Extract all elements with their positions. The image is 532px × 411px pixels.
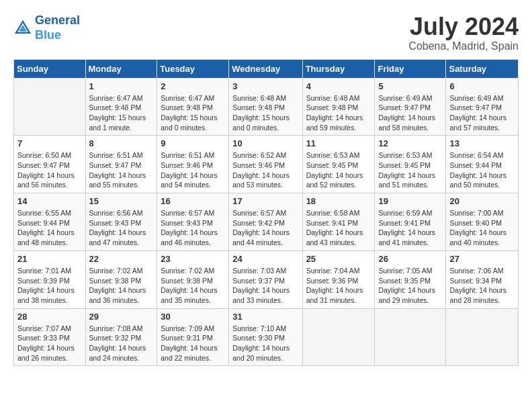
day-info: Sunrise: 6:53 AMSunset: 9:45 PMDaylight:… [306, 150, 371, 190]
day-info: Sunrise: 6:51 AMSunset: 9:47 PMDaylight:… [89, 150, 154, 190]
day-number: 4 [306, 81, 371, 91]
weekday-header-friday: Friday [375, 59, 446, 78]
day-number: 29 [89, 312, 154, 322]
week-row-3: 14Sunrise: 6:55 AMSunset: 9:44 PMDayligh… [14, 193, 519, 251]
weekday-header-monday: Monday [85, 59, 157, 78]
weekday-header-wednesday: Wednesday [229, 59, 302, 78]
week-row-4: 21Sunrise: 7:01 AMSunset: 9:39 PMDayligh… [14, 250, 519, 308]
day-info: Sunrise: 6:47 AMSunset: 9:48 PMDaylight:… [161, 93, 225, 133]
day-cell: 7Sunrise: 6:50 AMSunset: 9:47 PMDaylight… [14, 136, 86, 193]
calendar-table: SundayMondayTuesdayWednesdayThursdayFrid… [13, 59, 519, 367]
day-number: 28 [17, 312, 82, 322]
day-cell: 27Sunrise: 7:06 AMSunset: 9:34 PMDayligh… [446, 250, 519, 308]
week-row-5: 28Sunrise: 7:07 AMSunset: 9:33 PMDayligh… [14, 308, 519, 366]
day-cell: 19Sunrise: 6:59 AMSunset: 9:41 PMDayligh… [375, 193, 446, 251]
day-info: Sunrise: 6:53 AMSunset: 9:45 PMDaylight:… [378, 150, 442, 190]
day-number: 15 [89, 196, 154, 206]
day-info: Sunrise: 7:07 AMSunset: 9:33 PMDaylight:… [17, 324, 82, 363]
day-number: 12 [378, 138, 442, 148]
day-info: Sunrise: 6:54 AMSunset: 9:44 PMDaylight:… [449, 150, 515, 190]
day-cell: 18Sunrise: 6:58 AMSunset: 9:41 PMDayligh… [302, 193, 375, 251]
day-info: Sunrise: 6:57 AMSunset: 9:43 PMDaylight:… [161, 208, 225, 248]
day-cell: 15Sunrise: 6:56 AMSunset: 9:43 PMDayligh… [85, 193, 157, 251]
day-cell: 13Sunrise: 6:54 AMSunset: 9:44 PMDayligh… [446, 136, 519, 193]
day-cell: 23Sunrise: 7:02 AMSunset: 9:38 PMDayligh… [157, 250, 229, 308]
day-number: 13 [449, 138, 515, 148]
day-info: Sunrise: 7:03 AMSunset: 9:37 PMDaylight:… [232, 266, 298, 306]
day-info: Sunrise: 7:10 AMSunset: 9:30 PMDaylight:… [232, 324, 298, 363]
day-info: Sunrise: 6:51 AMSunset: 9:46 PMDaylight:… [161, 150, 225, 190]
day-number: 17 [232, 196, 298, 206]
day-cell: 4Sunrise: 6:48 AMSunset: 9:48 PMDaylight… [302, 78, 375, 136]
logo-icon [13, 19, 32, 38]
page-header: General Blue July 2024 Cobena, Madrid, S… [13, 13, 519, 52]
day-info: Sunrise: 7:02 AMSunset: 9:38 PMDaylight:… [161, 266, 225, 306]
day-number: 30 [161, 312, 225, 322]
day-cell: 28Sunrise: 7:07 AMSunset: 9:33 PMDayligh… [14, 308, 86, 366]
day-cell: 8Sunrise: 6:51 AMSunset: 9:47 PMDaylight… [85, 136, 157, 193]
location: Cobena, Madrid, Spain [408, 40, 519, 52]
day-cell: 11Sunrise: 6:53 AMSunset: 9:45 PMDayligh… [302, 136, 375, 193]
day-cell: 9Sunrise: 6:51 AMSunset: 9:46 PMDaylight… [157, 136, 229, 193]
day-cell: 6Sunrise: 6:49 AMSunset: 9:47 PMDaylight… [446, 78, 519, 136]
day-cell: 20Sunrise: 7:00 AMSunset: 9:40 PMDayligh… [446, 193, 519, 251]
day-info: Sunrise: 7:05 AMSunset: 9:35 PMDaylight:… [378, 266, 442, 306]
day-number: 2 [161, 81, 225, 91]
day-number: 10 [232, 138, 298, 148]
day-number: 25 [306, 254, 371, 264]
day-cell: 2Sunrise: 6:47 AMSunset: 9:48 PMDaylight… [157, 78, 229, 136]
logo-text: General Blue [35, 13, 80, 42]
day-number: 1 [89, 81, 154, 91]
day-cell: 30Sunrise: 7:09 AMSunset: 9:31 PMDayligh… [157, 308, 229, 366]
day-info: Sunrise: 7:06 AMSunset: 9:34 PMDaylight:… [449, 266, 515, 306]
day-number: 26 [378, 254, 442, 264]
day-number: 9 [161, 138, 225, 148]
day-cell: 17Sunrise: 6:57 AMSunset: 9:42 PMDayligh… [229, 193, 302, 251]
day-cell [446, 308, 519, 366]
day-info: Sunrise: 6:49 AMSunset: 9:47 PMDaylight:… [449, 93, 515, 133]
day-cell: 26Sunrise: 7:05 AMSunset: 9:35 PMDayligh… [375, 250, 446, 308]
day-number: 8 [89, 138, 154, 148]
day-number: 23 [161, 254, 225, 264]
day-number: 21 [17, 254, 82, 264]
day-info: Sunrise: 7:08 AMSunset: 9:32 PMDaylight:… [89, 324, 154, 363]
month-title: July 2024 [408, 13, 519, 40]
weekday-header-sunday: Sunday [14, 59, 86, 78]
day-number: 11 [306, 138, 371, 148]
day-number: 19 [378, 196, 442, 206]
day-info: Sunrise: 6:58 AMSunset: 9:41 PMDaylight:… [306, 208, 371, 248]
day-info: Sunrise: 7:01 AMSunset: 9:39 PMDaylight:… [17, 266, 82, 306]
day-info: Sunrise: 7:00 AMSunset: 9:40 PMDaylight:… [449, 208, 515, 248]
day-number: 7 [17, 138, 82, 148]
day-number: 5 [378, 81, 442, 91]
day-info: Sunrise: 6:49 AMSunset: 9:47 PMDaylight:… [378, 93, 442, 133]
day-cell [14, 78, 86, 136]
day-info: Sunrise: 6:47 AMSunset: 9:48 PMDaylight:… [89, 93, 154, 133]
day-info: Sunrise: 6:50 AMSunset: 9:47 PMDaylight:… [17, 150, 82, 190]
weekday-header-tuesday: Tuesday [157, 59, 229, 78]
day-cell: 29Sunrise: 7:08 AMSunset: 9:32 PMDayligh… [85, 308, 157, 366]
day-info: Sunrise: 6:56 AMSunset: 9:43 PMDaylight:… [89, 208, 154, 248]
day-number: 6 [449, 81, 515, 91]
day-info: Sunrise: 7:04 AMSunset: 9:36 PMDaylight:… [306, 266, 371, 306]
day-number: 18 [306, 196, 371, 206]
day-info: Sunrise: 6:48 AMSunset: 9:48 PMDaylight:… [232, 93, 298, 133]
day-info: Sunrise: 6:57 AMSunset: 9:42 PMDaylight:… [232, 208, 298, 248]
day-info: Sunrise: 6:52 AMSunset: 9:46 PMDaylight:… [232, 150, 298, 190]
day-cell [302, 308, 375, 366]
day-cell: 14Sunrise: 6:55 AMSunset: 9:44 PMDayligh… [14, 193, 86, 251]
day-number: 27 [449, 254, 515, 264]
day-number: 24 [232, 254, 298, 264]
day-info: Sunrise: 7:02 AMSunset: 9:38 PMDaylight:… [89, 266, 154, 306]
day-info: Sunrise: 7:09 AMSunset: 9:31 PMDaylight:… [161, 324, 225, 363]
day-cell: 16Sunrise: 6:57 AMSunset: 9:43 PMDayligh… [157, 193, 229, 251]
day-cell: 21Sunrise: 7:01 AMSunset: 9:39 PMDayligh… [14, 250, 86, 308]
day-number: 31 [232, 312, 298, 322]
day-number: 20 [449, 196, 515, 206]
day-cell [375, 308, 446, 366]
day-cell: 22Sunrise: 7:02 AMSunset: 9:38 PMDayligh… [85, 250, 157, 308]
day-cell: 10Sunrise: 6:52 AMSunset: 9:46 PMDayligh… [229, 136, 302, 193]
day-info: Sunrise: 6:59 AMSunset: 9:41 PMDaylight:… [378, 208, 442, 248]
day-cell: 3Sunrise: 6:48 AMSunset: 9:48 PMDaylight… [229, 78, 302, 136]
week-row-2: 7Sunrise: 6:50 AMSunset: 9:47 PMDaylight… [14, 136, 519, 193]
